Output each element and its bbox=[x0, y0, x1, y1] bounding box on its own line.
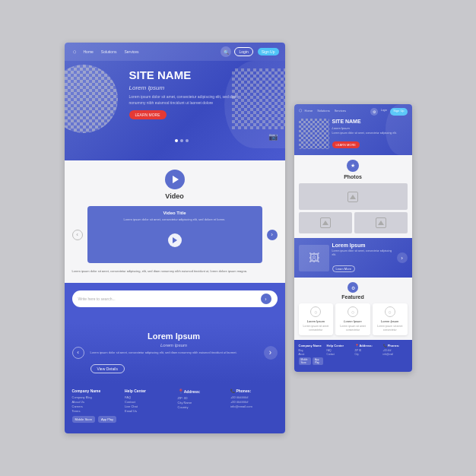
right-hero-cta-btn[interactable]: LEARN MORE bbox=[332, 141, 360, 148]
video-title: Video Title bbox=[92, 211, 258, 215]
dot-2 bbox=[180, 139, 183, 142]
right-nav-home[interactable]: Home bbox=[303, 108, 315, 116]
right-lorem-arrow[interactable]: › bbox=[397, 252, 408, 263]
nav-signup-btn[interactable]: Sign Up bbox=[258, 48, 279, 56]
featured-card-label-3: Lorem Ipsum bbox=[381, 319, 398, 323]
right-lorem-btn[interactable]: Learn More bbox=[332, 265, 355, 272]
play-circle[interactable] bbox=[168, 233, 182, 247]
hero-title: SITE NAME bbox=[129, 68, 243, 82]
footer-help-link-2[interactable]: Contact bbox=[125, 400, 172, 404]
video-player-area: ‹ Video Title Lorem ipsum dolor sit amet… bbox=[72, 206, 278, 263]
page-container: ⬡ Home Solutions Services 🔍 Login Sign U… bbox=[0, 0, 476, 476]
video-play-center[interactable] bbox=[92, 222, 258, 259]
camera-icon: 📷 bbox=[268, 132, 278, 141]
app-play-btn[interactable]: App Play bbox=[98, 416, 116, 423]
lorem-view-btn[interactable]: View Details bbox=[90, 364, 125, 373]
right-lorem-desc: Lorem ipsum dolor sit amet, consectetur … bbox=[332, 249, 394, 257]
right-nav-solutions[interactable]: Solutions bbox=[316, 108, 331, 116]
nav-services[interactable]: Services bbox=[122, 49, 141, 55]
video-label: Video bbox=[72, 192, 278, 200]
footer-link-4[interactable]: Terms bbox=[72, 409, 119, 413]
video-prev-btn[interactable]: ‹ bbox=[72, 230, 83, 240]
dot-3 bbox=[186, 139, 189, 142]
play-triangle bbox=[173, 176, 179, 183]
featured-card-3: ○ Lorem Ipsum Lorem ipsum sit amet conse… bbox=[373, 303, 408, 335]
store-buttons: Mobile Store App Play bbox=[72, 416, 119, 423]
mobile-store-btn[interactable]: Mobile Store bbox=[72, 416, 95, 423]
video-section: Video ‹ Video Title Lorem ipsum dolor si… bbox=[65, 160, 285, 283]
search-bar[interactable]: Write here to search... › bbox=[72, 290, 278, 307]
phone-icon: 📞 bbox=[230, 389, 235, 393]
featured-icon: ⚙ bbox=[347, 282, 358, 293]
right-panel: ⬡ Home Solutions Services ⚙ Login Sign U… bbox=[294, 104, 412, 372]
nav-logo: ⬡ bbox=[71, 49, 78, 55]
footer-link-3[interactable]: Careers bbox=[72, 405, 119, 408]
right-email[interactable]: info@mail bbox=[383, 353, 408, 356]
featured-card-label-1: Lorem Ipsum bbox=[307, 319, 325, 323]
right-footer-section: Company Name Blog About Mobile Store App… bbox=[294, 340, 412, 372]
right-search-icon[interactable]: ⚙ bbox=[370, 108, 378, 116]
footer-grid: Company Name Company Blog About Us Caree… bbox=[72, 389, 278, 423]
right-footer-col-phones: 📞 Phones: +00 ### info@mail bbox=[383, 344, 408, 365]
right-hero-image bbox=[299, 119, 329, 149]
lorem-left-icon: ‹ bbox=[72, 347, 84, 359]
photos-icon: ★ bbox=[347, 160, 359, 172]
featured-section: ⚙ Featured ○ Lorem Ipsum Lorem ipsum sit… bbox=[294, 278, 412, 340]
footer-col-address: 📍 Address: ZIP: 00 City Name Country bbox=[178, 389, 225, 423]
lorem-desc: Lorem ipsum dolor sit amet, consectetur … bbox=[90, 351, 258, 355]
right-footer-link-2[interactable]: About bbox=[299, 353, 323, 356]
footer-phones-label: Phones: bbox=[236, 389, 251, 393]
footer-help-link-3[interactable]: Live Chat bbox=[125, 405, 172, 408]
gear-icon: ⚙ bbox=[351, 285, 355, 290]
lorem-arrow-btn[interactable]: › bbox=[264, 346, 278, 360]
footer-address-3: Country bbox=[178, 405, 225, 409]
nav-home[interactable]: Home bbox=[81, 49, 96, 55]
featured-card-desc-3: Lorem ipsum sit amet consectetur bbox=[375, 325, 405, 332]
nav-search-icon[interactable]: 🔍 bbox=[221, 46, 231, 57]
right-nav-login[interactable]: Login bbox=[379, 108, 389, 116]
right-app-btn[interactable]: App Play bbox=[313, 357, 323, 365]
footer-help-link-4[interactable]: Email Us bbox=[125, 409, 172, 413]
footer-link-2[interactable]: About Us bbox=[72, 400, 119, 404]
right-lorem-title: Lorem Ipsum bbox=[332, 243, 394, 248]
footer-email[interactable]: info@email.com bbox=[230, 405, 278, 408]
featured-title: Featured bbox=[299, 294, 408, 300]
footer-address-1: ZIP: 00 bbox=[178, 396, 225, 400]
right-footer-help-2[interactable]: Contact bbox=[327, 353, 351, 356]
nav-bar: ⬡ Home Solutions Services 🔍 Login Sign U… bbox=[65, 43, 285, 61]
footer-col-phones: 📞 Phones: +00 ####### +00 ####### info@e… bbox=[230, 389, 278, 423]
hero-cta-btn[interactable]: LEARN MORE bbox=[129, 110, 167, 119]
photos-title: Photos bbox=[299, 174, 408, 179]
video-caption: Lorem ipsum dolor sit amet, consectetur … bbox=[72, 269, 278, 274]
lorem-section: ‹ Lorem Ipsum Lorem Ipsum Lorem ipsum do… bbox=[65, 322, 285, 382]
footer-phone-1: +00 ####### bbox=[230, 395, 278, 399]
footer-help-link-1[interactable]: FAQ bbox=[125, 395, 172, 399]
right-hero-section: ⬡ Home Solutions Services ⚙ Login Sign U… bbox=[294, 104, 412, 155]
hero-dots bbox=[175, 139, 189, 142]
right-phones-label: Phones: bbox=[388, 344, 400, 347]
video-next-btn[interactable]: › bbox=[267, 230, 278, 240]
featured-card-label-2: Lorem Ipsum bbox=[344, 319, 361, 323]
right-footer-help-1[interactable]: FAQ bbox=[327, 349, 351, 352]
nav-login-btn[interactable]: Login bbox=[234, 47, 252, 56]
photo-item-2 bbox=[299, 212, 352, 233]
footer-address-label: Address: bbox=[184, 389, 201, 394]
featured-card-2: ○ Lorem Ipsum Lorem ipsum sit amet conse… bbox=[335, 303, 370, 335]
right-mobile-btn[interactable]: Mobile Store bbox=[299, 357, 312, 365]
footer-col-help: Help Center FAQ Contact Live Chat Email … bbox=[125, 389, 172, 423]
right-store-buttons: Mobile Store App Play bbox=[299, 357, 323, 365]
footer-address-title: 📍 Address: bbox=[178, 389, 225, 394]
featured-card-1: ○ Lorem Ipsum Lorem ipsum sit amet conse… bbox=[299, 303, 334, 335]
nav-solutions[interactable]: Solutions bbox=[99, 49, 119, 55]
search-go-btn[interactable]: › bbox=[261, 294, 271, 304]
right-footer-company-title: Company Name bbox=[299, 344, 323, 347]
footer-link-1[interactable]: Company Blog bbox=[72, 395, 119, 399]
photos-grid bbox=[299, 183, 408, 233]
right-nav-services[interactable]: Services bbox=[333, 108, 347, 116]
video-play-icon[interactable] bbox=[165, 170, 185, 189]
star-icon: ★ bbox=[351, 163, 355, 169]
location-icon: 📍 bbox=[178, 389, 183, 394]
right-footer-link-1[interactable]: Blog bbox=[299, 349, 323, 352]
right-footer-help-title: Help Center bbox=[327, 344, 351, 347]
right-footer-phones-title: 📞 Phones: bbox=[383, 344, 408, 347]
